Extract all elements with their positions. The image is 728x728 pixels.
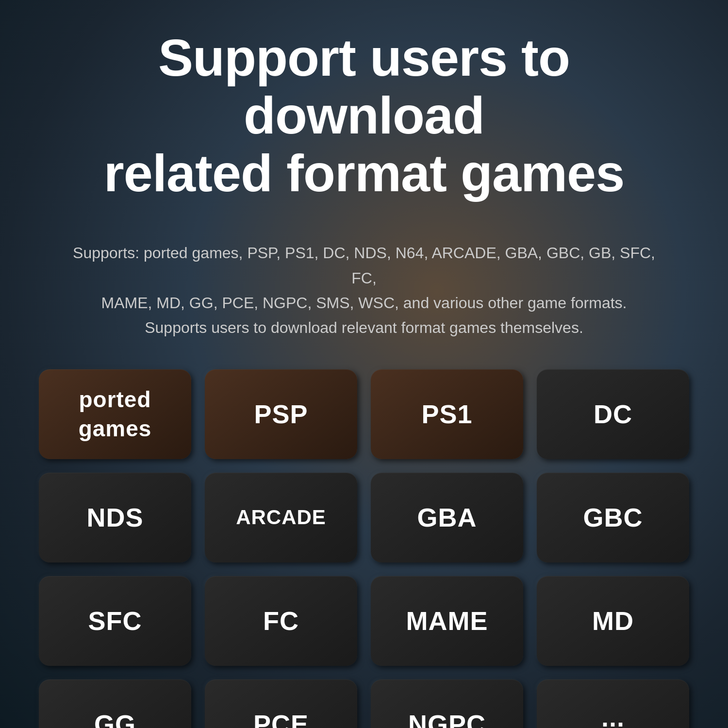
tile-label-nds: NDS [86, 502, 143, 533]
tile-label-sfc: SFC [88, 605, 142, 637]
tile-label-dc: DC [594, 398, 632, 430]
tile-label-pce: PCE [253, 709, 309, 728]
tile-gbc[interactable]: GBC [537, 473, 689, 563]
tile-ps1[interactable]: PS1 [371, 369, 523, 459]
tile-label-gba: GBA [417, 502, 477, 533]
tile-label-ps1: PS1 [421, 398, 472, 430]
tile-more[interactable]: ··· [537, 679, 689, 728]
tile-ported-games[interactable]: portedgames [39, 369, 191, 459]
tile-arcade[interactable]: ARCADE [205, 473, 357, 563]
tile-label-md: MD [592, 605, 634, 637]
tile-label-arcade: ARCADE [236, 505, 326, 529]
tile-md[interactable]: MD [537, 576, 689, 666]
format-grid: portedgamesPSPPS1DCNDSARCADEGBAGBCSFCFCM… [39, 369, 689, 728]
subtitle-line1: Supports: ported games, PSP, PS1, DC, ND… [73, 244, 655, 286]
tile-label-gbc: GBC [583, 502, 643, 533]
tile-label-mame: MAME [406, 605, 488, 637]
title-line2: related format games [104, 144, 624, 202]
tile-label-fc: FC [263, 605, 299, 637]
tile-fc[interactable]: FC [205, 576, 357, 666]
tile-nds[interactable]: NDS [39, 473, 191, 563]
tile-gg[interactable]: GG [39, 679, 191, 728]
page-title: Support users to download related format… [39, 29, 689, 202]
subtitle-line2: MAME, MD, GG, PCE, NGPC, SMS, WSC, and v… [101, 294, 627, 312]
tile-gba[interactable]: GBA [371, 473, 523, 563]
tile-sfc[interactable]: SFC [39, 576, 191, 666]
tile-psp[interactable]: PSP [205, 369, 357, 459]
tile-label-ported-games: portedgames [79, 385, 152, 444]
tile-label-ngpc: NGPC [408, 709, 486, 728]
subtitle: Supports: ported games, PSP, PS1, DC, ND… [73, 241, 655, 340]
tile-mame[interactable]: MAME [371, 576, 523, 666]
tile-label-gg: GG [94, 709, 136, 728]
subtitle-line3: Supports users to download relevant form… [145, 319, 583, 336]
title-line1: Support users to download [158, 28, 570, 145]
tile-ngpc[interactable]: NGPC [371, 679, 523, 728]
tile-label-more: ··· [601, 709, 625, 728]
tile-label-psp: PSP [254, 398, 308, 430]
tile-dc[interactable]: DC [537, 369, 689, 459]
tile-pce[interactable]: PCE [205, 679, 357, 728]
